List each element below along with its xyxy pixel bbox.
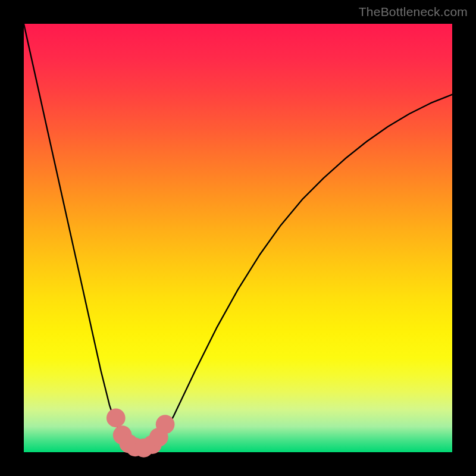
watermark-text: TheBottleneck.com: [359, 5, 468, 19]
bottleneck-curve: [24, 24, 452, 449]
data-marker: [107, 409, 126, 428]
outer-frame: TheBottleneck.com: [0, 0, 476, 476]
chart-svg: [24, 24, 452, 452]
marker-group: [107, 409, 174, 458]
plot-area: [24, 24, 452, 452]
data-marker: [156, 415, 175, 434]
